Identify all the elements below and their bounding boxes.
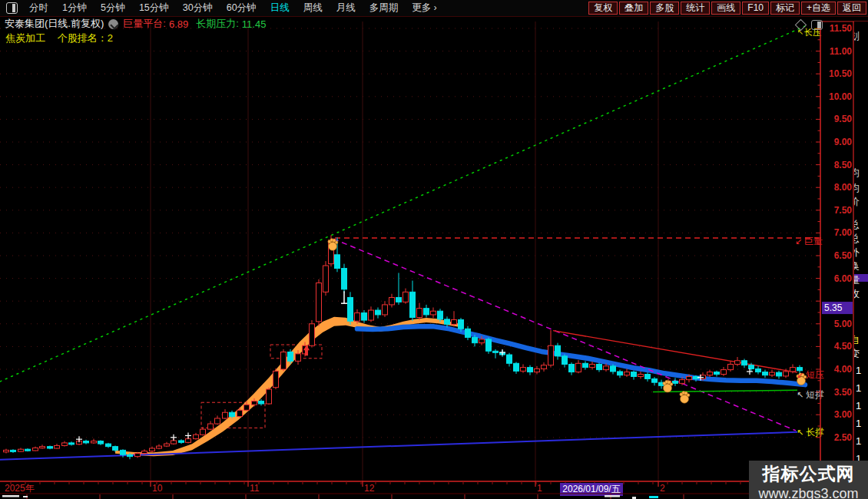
quote-panel-fragment: 价 <box>854 197 860 207</box>
trendline-label: ↙ <box>795 236 802 246</box>
overlay-button[interactable]: 叠加 <box>619 2 648 15</box>
chevron-down-icon[interactable] <box>108 19 118 29</box>
quote-panel-fragment: 划 <box>854 31 860 41</box>
price-badge-value: 5.35 <box>824 302 843 313</box>
trendline-label: 长撑 <box>806 427 824 438</box>
window-layout-icon[interactable] <box>6 2 18 14</box>
watermark-url: www.zbgs3.com <box>749 486 868 499</box>
quote-panel-fragment: 1 <box>856 418 861 428</box>
info-bar: 焦炭加工 个股排名：2 <box>5 31 113 45</box>
quote-panel-fragment: 总 <box>854 220 860 230</box>
bottom-row-sliver <box>0 494 868 499</box>
hand-signal-icon <box>663 380 673 392</box>
f10-button[interactable]: F10 <box>742 2 769 15</box>
watermark-site-name: 指标公式网 <box>749 462 868 486</box>
quote-panel-fragment: 总 <box>854 233 860 243</box>
trendline-label: ↙ <box>797 370 803 379</box>
fuquan-button[interactable]: 复权 <box>588 2 618 15</box>
title-bar: 安泰集团(日线.前复权) 巨量平台: 6.89 长期压力: 11.45 <box>5 17 266 31</box>
svg-text:11.50: 11.50 <box>830 23 853 34</box>
svg-text:7.00: 7.00 <box>834 227 853 238</box>
time-axis-label: 11 <box>250 483 260 494</box>
quote-panel-fragment: 换 <box>854 261 860 271</box>
time-axis-label: 1 <box>537 483 542 494</box>
time-axis-label: 12 <box>364 483 375 494</box>
trendline-label: 短压 <box>806 369 824 380</box>
quote-panel-fragment: 收 <box>854 289 860 299</box>
tab-30min[interactable]: 30分钟 <box>183 2 213 15</box>
svg-text:3.00: 3.00 <box>834 409 853 420</box>
trendline-label: ↖ <box>797 428 803 437</box>
add-watchlist-button[interactable]: +自选 <box>801 2 836 15</box>
hand-signal-icon <box>680 392 690 404</box>
svg-text:4.00: 4.00 <box>834 364 853 375</box>
multi-stock-button[interactable]: 多股 <box>650 2 679 15</box>
long-pressure-value: 11.45 <box>242 18 267 30</box>
quote-panel-sliver: 划均均价总总外换量收自变111111 <box>854 21 868 461</box>
draw-line-button[interactable]: 画线 <box>711 2 740 15</box>
svg-text:6.50: 6.50 <box>834 250 853 261</box>
time-axis-label: 10 <box>152 483 163 494</box>
quote-panel-fragment: 变 <box>854 349 860 359</box>
back-button[interactable]: 返回 <box>837 2 866 15</box>
long-pressure-label: 长期压力: <box>196 17 239 31</box>
quote-panel-fragment: 量 <box>854 275 860 285</box>
tab-60min[interactable]: 60分钟 <box>227 2 257 15</box>
svg-text:8.50: 8.50 <box>834 160 853 170</box>
trendline-label: ↖ <box>797 390 803 399</box>
quote-panel-fragment: 1 <box>856 383 861 393</box>
top-toolbar: 分时 1分钟 5分钟 15分钟 30分钟 60分钟 日线 周线 月线 多周期 更… <box>0 0 868 17</box>
quote-panel-fragment: 1 <box>856 436 861 446</box>
tab-monthly[interactable]: 月线 <box>336 2 356 15</box>
tab-weekly[interactable]: 周线 <box>303 2 323 15</box>
date-highlight: 2026/01/09/五 <box>562 484 620 494</box>
svg-text:4.50: 4.50 <box>834 341 853 352</box>
tab-5min[interactable]: 5分钟 <box>101 2 125 15</box>
ma-ribbon <box>115 317 461 456</box>
main-chart[interactable]: ↖长压↙巨量↙短压↖短撑↖长撑2.503.003.504.004.505.006… <box>0 0 868 499</box>
tab-15min[interactable]: 15分钟 <box>139 2 169 15</box>
svg-text:6.00: 6.00 <box>834 273 853 284</box>
svg-text:11.00: 11.00 <box>830 46 853 57</box>
stats-button[interactable]: 统计 <box>681 2 710 15</box>
svg-text:9.00: 9.00 <box>834 137 853 147</box>
tab-daily[interactable]: 日线 <box>270 2 290 15</box>
time-axis-label: 2 <box>660 483 665 494</box>
svg-text:8.00: 8.00 <box>834 182 853 193</box>
quote-panel-fragment: 外 <box>854 247 860 257</box>
quote-panel-fragment: 1 <box>856 454 861 461</box>
trendline-label: 短撑 <box>806 389 824 400</box>
svg-text:5.00: 5.00 <box>834 319 853 329</box>
long-support-line <box>0 432 797 460</box>
mark-button[interactable]: 标记 <box>770 2 800 15</box>
svg-text:7.50: 7.50 <box>834 205 853 216</box>
quote-panel-fragment: 自 <box>854 335 860 345</box>
watermark: 指标公式网 www.zbgs3.com <box>749 461 868 499</box>
juliang-platform-label: 巨量平台: <box>123 17 166 31</box>
signal-markers <box>76 239 807 443</box>
time-axis-label: 2025年 <box>5 483 35 494</box>
svg-text:3.50: 3.50 <box>834 387 853 398</box>
industry-label: 焦炭加工 <box>5 32 45 44</box>
tab-fenshi[interactable]: 分时 <box>29 2 48 15</box>
candlestick-series <box>4 235 803 459</box>
svg-text:2.50: 2.50 <box>834 432 853 443</box>
quote-panel-fragment: 1 <box>856 401 861 411</box>
quote-panel-fragment: 1 <box>856 365 861 375</box>
tab-more[interactable]: 更多 › <box>412 2 437 15</box>
svg-text:9.50: 9.50 <box>834 114 853 124</box>
toolbar-right-buttons: 复权 叠加 多股 统计 画线 F10 标记 +自选 返回 <box>587 2 868 15</box>
stock-title: 安泰集团(日线.前复权) <box>5 17 104 31</box>
quote-panel-fragment: 均 <box>854 167 860 177</box>
juliang-platform-value: 6.89 <box>169 18 188 30</box>
quote-panel-fragment: 均 <box>854 183 860 193</box>
panel-toggle-icon[interactable] <box>811 20 823 30</box>
svg-text:10.00: 10.00 <box>829 91 852 102</box>
tab-multi-period[interactable]: 多周期 <box>369 2 399 15</box>
grid <box>0 21 820 481</box>
tab-1min[interactable]: 1分钟 <box>62 2 87 15</box>
peak-downtrend-line <box>333 239 796 431</box>
stock-rank-label: 个股排名：2 <box>58 32 113 44</box>
svg-text:10.50: 10.50 <box>829 68 852 79</box>
